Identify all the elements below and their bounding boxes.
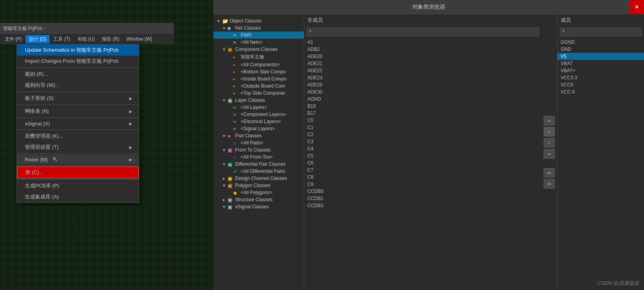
move-right-button[interactable]: =›	[544, 168, 555, 178]
member-vcc5[interactable]: VCC5	[557, 81, 644, 88]
tree-item-all-fromtos[interactable]: ~ <All From-Tos>	[213, 153, 304, 161]
dropdown-item-layer-mgr[interactable]: 管理层设置 (T) ▶	[17, 142, 139, 153]
non-members-search[interactable]	[307, 28, 539, 36]
member-vbat-plus[interactable]: VBAT+	[557, 67, 644, 74]
comp-icon-2: ▪	[233, 62, 239, 67]
tree-item-pwr[interactable]: ≡ PWR	[213, 32, 304, 39]
member-vcc33[interactable]: VCC3.3	[557, 74, 644, 81]
tree-item-comp-layers[interactable]: ≈ <Component Layers>	[213, 111, 304, 118]
tree-item-net-classes[interactable]: ▼ ■ Net Classes	[213, 24, 304, 32]
list-item-ade20[interactable]: ADE20	[304, 53, 541, 60]
list-item-ade22[interactable]: ADE22	[304, 67, 541, 74]
tree-item-all-components[interactable]: ▪ <All Components>	[213, 61, 304, 68]
list-item-c7[interactable]: C7	[304, 167, 541, 174]
member-vcc-5[interactable]: VCC-5	[557, 88, 644, 95]
remove-all-button[interactable]: «	[544, 149, 555, 159]
dropdown-item-board-shape[interactable]: 板子形状 (S) ▶	[17, 93, 139, 104]
members-search[interactable]	[560, 28, 642, 36]
member-v5[interactable]: V5	[557, 53, 644, 60]
list-item-ade23[interactable]: ADE23	[304, 74, 541, 81]
tree-item-outside-board[interactable]: ▪ <Outside Board Com	[213, 82, 304, 90]
object-classes-icon: 📁	[222, 18, 228, 24]
menu-design[interactable]: 设计 (D)	[26, 35, 49, 43]
tree-item-fromto-classes[interactable]: ▼ ▣ From To Classes	[213, 146, 304, 153]
list-item-c2[interactable]: C2	[304, 131, 541, 138]
dropdown-item-rules[interactable]: 规则 (R)...	[17, 69, 139, 80]
list-item-ccdb1[interactable]: CCDB1	[304, 195, 541, 202]
list-item-c3[interactable]: C3	[304, 138, 541, 145]
tree-item-all-pads[interactable]: ○ <All Pads>	[213, 139, 304, 146]
dropdown-item-gen-intlib[interactable]: 生成集成库 (A)	[17, 191, 139, 202]
list-item-ade21[interactable]: ADE21	[304, 60, 541, 67]
list-item-b16[interactable]: B16	[304, 103, 541, 110]
dropdown-item-rules-wizard[interactable]: 规则向导 (W)...	[17, 80, 139, 91]
dropdown-item-room[interactable]: Room (M) ▶ ↖	[17, 155, 139, 165]
list-item-c4[interactable]: C4	[304, 145, 541, 152]
close-icon: ×	[635, 4, 638, 11]
list-item-ade29[interactable]: ADE29	[304, 81, 541, 88]
member-gnd[interactable]: GND	[557, 46, 644, 53]
tree-item-polygon-classes[interactable]: ▼ ▣ Polygon Classes	[213, 182, 304, 189]
member-ggnd[interactable]: GGND	[557, 39, 644, 46]
list-item-c5[interactable]: C5	[304, 152, 541, 159]
menu-tools[interactable]: 工具 (T)	[50, 35, 73, 43]
tree-item-component-classes[interactable]: ▼ ▣ Component Classes	[213, 46, 304, 53]
tree-item-inside-board[interactable]: ▪ <Inside Board Compo	[213, 75, 304, 82]
tree-item-zhiche[interactable]: ▪ 智能车主板	[213, 53, 304, 61]
dropdown-item-class[interactable]: 类 (C)...	[17, 167, 139, 178]
menu-report[interactable]: 报告 (R)	[99, 35, 122, 43]
move-left-button[interactable]: ‹=	[544, 179, 555, 189]
tree-item-bottom-side[interactable]: ▪ <Bottom Side Compo	[213, 68, 304, 75]
dropdown-item-layer-stack[interactable]: 层叠管理器 (K)...	[17, 131, 139, 142]
comp-icon-1: ▪	[233, 54, 239, 60]
list-item-c6[interactable]: C6	[304, 159, 541, 167]
tree-item-elec-layers[interactable]: ≈ <Electrical Layers>	[213, 118, 304, 125]
dropdown-item-update[interactable]: Update Schematics in 智能车主板.PrjPcb	[17, 45, 139, 56]
add-all-button[interactable]: »	[544, 116, 555, 125]
list-item-ade30[interactable]: ADE30	[304, 88, 541, 95]
fromto-item-icon: ~	[233, 154, 239, 160]
tree-item-all-polygons[interactable]: ◆ <All Polygons>	[213, 189, 304, 196]
tree-item-xsignal-classes[interactable]: ▼ ▣ xSignal Classes	[213, 203, 304, 210]
non-members-section: 非成员 A1 ADB2 ADE20 ADE21 ADE22 ADE23 ADE2…	[304, 14, 541, 290]
component-classes-icon: ▣	[228, 47, 234, 52]
menu-file[interactable]: 文件 (P)	[2, 35, 25, 43]
fromto-icon: ▣	[228, 147, 234, 153]
list-item-b17[interactable]: B17	[304, 110, 541, 117]
dropdown-item-gen-pcblib[interactable]: 生成PCB库 (P)	[17, 180, 139, 191]
tree-item-structure-classes[interactable]: ► ▣ Structure Classes	[213, 196, 304, 203]
dialog-close-button[interactable]: ×	[630, 0, 644, 14]
tree-item-layer-classes[interactable]: ▼ ▣ Layer Classes	[213, 97, 304, 104]
cursor-icon: ↖	[53, 155, 58, 163]
tree-item-all-diff[interactable]: ✓ <All Differential Pairs:	[213, 168, 304, 175]
tree-item-pad-classes[interactable]: ▼ ● Pad Classes	[213, 132, 304, 139]
dropdown-item-netlist[interactable]: 网络表 (N) ▶	[17, 106, 139, 117]
separator-4	[17, 118, 139, 118]
non-members-list: A1 ADB2 ADE20 ADE21 ADE22 ADE23 ADE29 AD…	[304, 38, 541, 290]
menu-window[interactable]: Window (W)	[123, 36, 155, 43]
list-item-agnd[interactable]: AGND	[304, 95, 541, 103]
list-item-ccdb3[interactable]: CCDB3	[304, 202, 541, 209]
list-item-c9[interactable]: C9	[304, 181, 541, 188]
list-item-ccdb0[interactable]: CCDB0	[304, 188, 541, 195]
list-item-a1[interactable]: A1	[304, 39, 541, 46]
tree-item-diff-classes[interactable]: ▼ ▣ Differential Pair Classes	[213, 161, 304, 168]
tree-item-all-nets[interactable]: ≡ <All Nets>	[213, 39, 304, 46]
tree-item-top-side[interactable]: ▪ <Top Side Componer	[213, 90, 304, 97]
members-list: GGND GND V5 VBAT VBAT+ VCC3.3 VCC5 VCC-5	[557, 38, 644, 290]
pcb-titlebar: 智能车主板.PrjPcb -	[0, 23, 174, 34]
list-item-c8[interactable]: C8	[304, 174, 541, 181]
member-vbat[interactable]: VBAT	[557, 60, 644, 67]
tree-item-design-channel[interactable]: ► ▣ Design Channel Classes	[213, 175, 304, 182]
tree-item-signal-layers[interactable]: ≈ <Signal Layers>	[213, 125, 304, 132]
dropdown-item-xsignal[interactable]: xSignal (X) ▶	[17, 119, 139, 129]
remove-selected-button[interactable]: ‹	[544, 138, 555, 148]
list-item-adb2[interactable]: ADB2	[304, 46, 541, 53]
tree-item-object-classes[interactable]: ▼ 📁 Object Classes	[213, 17, 304, 24]
list-item-c1[interactable]: C1	[304, 124, 541, 131]
tree-item-all-layers[interactable]: ≈ <All Layers>	[213, 104, 304, 111]
list-item-c0[interactable]: C0	[304, 117, 541, 124]
dropdown-item-import[interactable]: Import Changes From 智能车主板.PrjPcb	[17, 56, 139, 67]
menu-route[interactable]: 布线 (U)	[74, 35, 98, 43]
add-selected-button[interactable]: ›	[544, 127, 555, 137]
